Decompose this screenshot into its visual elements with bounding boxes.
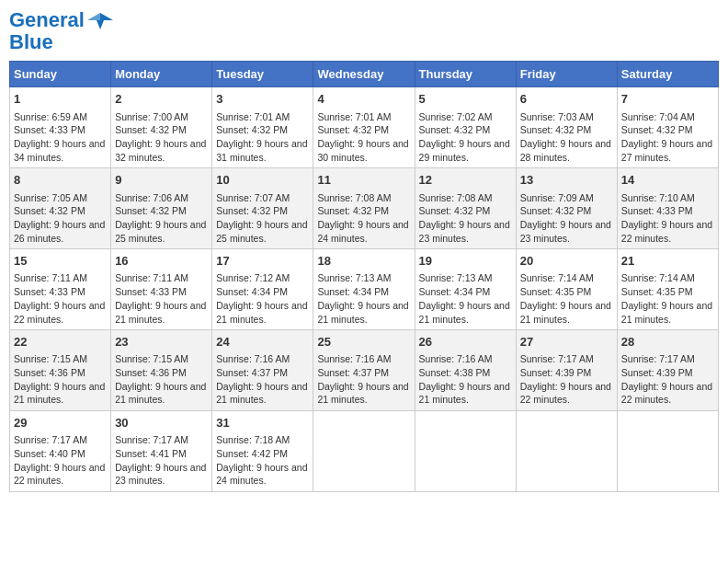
day-number: 12 [419,172,512,189]
calendar-cell: 29Sunrise: 7:17 AMSunset: 4:40 PMDayligh… [10,411,111,492]
calendar-week-row: 8Sunrise: 7:05 AMSunset: 4:32 PMDaylight… [10,168,719,249]
calendar-cell [617,411,718,492]
calendar-cell: 17Sunrise: 7:12 AMSunset: 4:34 PMDayligh… [212,249,313,330]
calendar-cell: 15Sunrise: 7:11 AMSunset: 4:33 PMDayligh… [10,249,111,330]
svg-marker-1 [87,13,100,20]
day-number: 10 [216,172,309,189]
sunset-label: Sunset: 4:34 PM [216,286,288,297]
sunrise-label: Sunrise: 7:08 AM [419,192,493,203]
daylight-label: Daylight: 9 hours and 22 minutes. [14,300,105,325]
sunset-label: Sunset: 4:33 PM [621,205,693,216]
daylight-label: Daylight: 9 hours and 31 minutes. [216,138,307,163]
daylight-label: Daylight: 9 hours and 21 minutes. [14,381,105,406]
calendar-cell: 12Sunrise: 7:08 AMSunset: 4:32 PMDayligh… [415,168,516,249]
calendar-cell: 28Sunrise: 7:17 AMSunset: 4:39 PMDayligh… [617,330,718,411]
sunrise-label: Sunrise: 7:11 AM [14,272,87,283]
sunrise-label: Sunrise: 7:09 AM [520,192,594,203]
day-number: 31 [216,415,309,431]
sunrise-label: Sunrise: 7:16 AM [419,353,493,364]
calendar-cell: 2Sunrise: 7:00 AMSunset: 4:32 PMDaylight… [111,87,212,168]
day-header-monday: Monday [111,62,212,87]
day-number: 9 [115,172,208,189]
sunrise-label: Sunrise: 7:00 AM [115,111,188,122]
daylight-label: Daylight: 9 hours and 22 minutes. [621,381,712,406]
calendar-week-row: 22Sunrise: 7:15 AMSunset: 4:36 PMDayligh… [10,330,719,411]
sunset-label: Sunset: 4:32 PM [520,124,592,135]
sunrise-label: Sunrise: 7:08 AM [317,192,391,203]
daylight-label: Daylight: 9 hours and 30 minutes. [317,138,408,163]
day-header-sunday: Sunday [10,62,111,87]
sunrise-label: Sunrise: 7:03 AM [520,111,594,122]
sunset-label: Sunset: 4:32 PM [216,124,288,135]
calendar-cell: 9Sunrise: 7:06 AMSunset: 4:32 PMDaylight… [111,168,212,249]
sunset-label: Sunset: 4:32 PM [14,205,85,216]
day-number: 20 [520,253,613,270]
svg-marker-2 [97,20,104,29]
sunrise-label: Sunrise: 7:01 AM [317,111,391,122]
day-number: 2 [115,91,208,108]
day-number: 26 [419,334,512,350]
sunset-label: Sunset: 4:32 PM [419,205,491,216]
sunset-label: Sunset: 4:40 PM [14,448,85,459]
daylight-label: Daylight: 9 hours and 29 minutes. [419,138,510,163]
sunrise-label: Sunrise: 7:13 AM [419,272,493,283]
sunset-label: Sunset: 4:39 PM [621,367,693,378]
svg-marker-0 [100,13,113,20]
sunset-label: Sunset: 4:33 PM [14,124,85,135]
sunset-label: Sunset: 4:32 PM [216,205,288,216]
day-header-wednesday: Wednesday [313,62,415,87]
sunrise-label: Sunrise: 7:15 AM [14,353,87,364]
calendar-cell: 22Sunrise: 7:15 AMSunset: 4:36 PMDayligh… [10,330,111,411]
daylight-label: Daylight: 9 hours and 21 minutes. [419,300,510,325]
day-number: 16 [115,253,208,270]
calendar-week-row: 29Sunrise: 7:17 AMSunset: 4:40 PMDayligh… [10,411,719,492]
day-number: 25 [317,334,410,350]
sunset-label: Sunset: 4:32 PM [317,205,389,216]
daylight-label: Daylight: 9 hours and 22 minutes. [14,462,105,487]
calendar-cell: 8Sunrise: 7:05 AMSunset: 4:32 PMDaylight… [10,168,111,249]
day-number: 5 [419,91,512,108]
day-number: 11 [317,172,410,189]
calendar-cell: 11Sunrise: 7:08 AMSunset: 4:32 PMDayligh… [313,168,415,249]
day-number: 14 [621,172,714,189]
sunset-label: Sunset: 4:38 PM [419,367,491,378]
sunrise-label: Sunrise: 7:16 AM [216,353,290,364]
daylight-label: Daylight: 9 hours and 27 minutes. [621,138,712,163]
day-number: 15 [14,253,107,270]
calendar-week-row: 15Sunrise: 7:11 AMSunset: 4:33 PMDayligh… [10,249,719,330]
sunset-label: Sunset: 4:33 PM [115,286,187,297]
sunrise-label: Sunrise: 7:07 AM [216,192,290,203]
day-number: 30 [115,415,208,431]
daylight-label: Daylight: 9 hours and 21 minutes. [115,381,206,406]
logo-bird-icon [87,11,113,29]
sunset-label: Sunset: 4:33 PM [14,286,85,297]
day-number: 18 [317,253,410,270]
day-number: 4 [317,91,410,108]
day-number: 19 [419,253,512,270]
day-header-saturday: Saturday [617,62,718,87]
day-number: 8 [14,172,107,189]
calendar-table: SundayMondayTuesdayWednesdayThursdayFrid… [9,61,719,492]
sunrise-label: Sunrise: 7:04 AM [621,111,695,122]
daylight-label: Daylight: 9 hours and 21 minutes. [621,300,712,325]
daylight-label: Daylight: 9 hours and 25 minutes. [115,219,206,244]
calendar-cell: 24Sunrise: 7:16 AMSunset: 4:37 PMDayligh… [212,330,313,411]
daylight-label: Daylight: 9 hours and 25 minutes. [216,219,307,244]
sunrise-label: Sunrise: 7:06 AM [115,192,188,203]
sunset-label: Sunset: 4:34 PM [317,286,389,297]
daylight-label: Daylight: 9 hours and 26 minutes. [14,219,105,244]
sunset-label: Sunset: 4:35 PM [621,286,693,297]
day-number: 6 [520,91,613,108]
sunrise-label: Sunrise: 7:02 AM [419,111,493,122]
daylight-label: Daylight: 9 hours and 21 minutes. [419,381,510,406]
sunset-label: Sunset: 4:36 PM [14,367,85,378]
sunrise-label: Sunrise: 7:12 AM [216,272,290,283]
sunrise-label: Sunrise: 7:14 AM [520,272,594,283]
calendar-cell: 1Sunrise: 6:59 AMSunset: 4:33 PMDaylight… [10,87,111,168]
sunrise-label: Sunrise: 7:05 AM [14,192,87,203]
sunset-label: Sunset: 4:37 PM [317,367,389,378]
day-number: 7 [621,91,714,108]
daylight-label: Daylight: 9 hours and 28 minutes. [520,138,611,163]
day-number: 24 [216,334,309,350]
calendar-cell: 19Sunrise: 7:13 AMSunset: 4:34 PMDayligh… [415,249,516,330]
